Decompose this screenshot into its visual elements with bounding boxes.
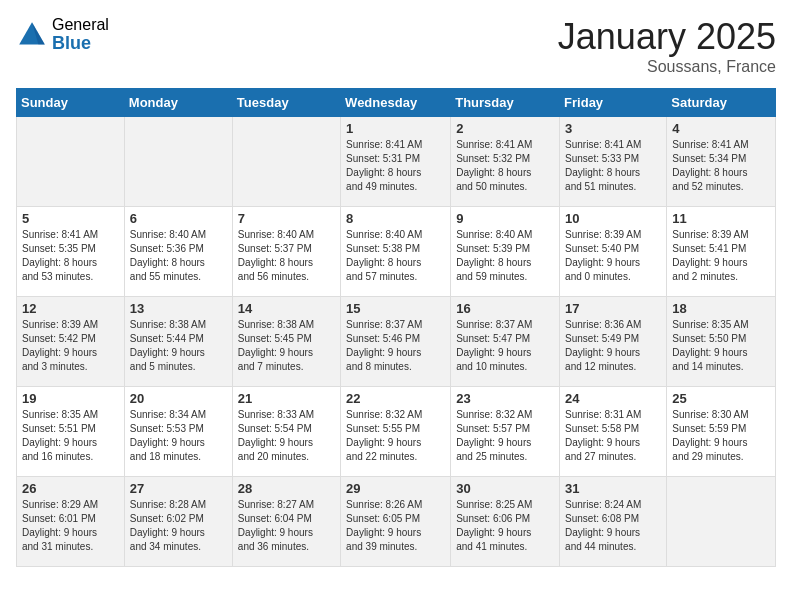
day-info: Sunrise: 8:36 AM Sunset: 5:49 PM Dayligh… xyxy=(565,318,661,374)
logo-text: General Blue xyxy=(52,16,109,53)
calendar-cell: 30Sunrise: 8:25 AM Sunset: 6:06 PM Dayli… xyxy=(451,477,560,567)
day-number: 14 xyxy=(238,301,335,316)
weekday-header-friday: Friday xyxy=(560,89,667,117)
calendar-cell: 2Sunrise: 8:41 AM Sunset: 5:32 PM Daylig… xyxy=(451,117,560,207)
calendar-cell: 23Sunrise: 8:32 AM Sunset: 5:57 PM Dayli… xyxy=(451,387,560,477)
day-number: 15 xyxy=(346,301,445,316)
calendar-cell: 20Sunrise: 8:34 AM Sunset: 5:53 PM Dayli… xyxy=(124,387,232,477)
calendar-cell xyxy=(124,117,232,207)
calendar-week-row: 26Sunrise: 8:29 AM Sunset: 6:01 PM Dayli… xyxy=(17,477,776,567)
day-info: Sunrise: 8:41 AM Sunset: 5:32 PM Dayligh… xyxy=(456,138,554,194)
logo-icon xyxy=(16,19,48,51)
day-number: 11 xyxy=(672,211,770,226)
day-info: Sunrise: 8:39 AM Sunset: 5:41 PM Dayligh… xyxy=(672,228,770,284)
calendar-cell: 18Sunrise: 8:35 AM Sunset: 5:50 PM Dayli… xyxy=(667,297,776,387)
calendar-cell: 25Sunrise: 8:30 AM Sunset: 5:59 PM Dayli… xyxy=(667,387,776,477)
calendar-cell: 1Sunrise: 8:41 AM Sunset: 5:31 PM Daylig… xyxy=(341,117,451,207)
day-info: Sunrise: 8:38 AM Sunset: 5:44 PM Dayligh… xyxy=(130,318,227,374)
day-info: Sunrise: 8:27 AM Sunset: 6:04 PM Dayligh… xyxy=(238,498,335,554)
weekday-header-thursday: Thursday xyxy=(451,89,560,117)
calendar-cell: 24Sunrise: 8:31 AM Sunset: 5:58 PM Dayli… xyxy=(560,387,667,477)
day-info: Sunrise: 8:32 AM Sunset: 5:55 PM Dayligh… xyxy=(346,408,445,464)
day-info: Sunrise: 8:29 AM Sunset: 6:01 PM Dayligh… xyxy=(22,498,119,554)
logo: General Blue xyxy=(16,16,109,53)
day-number: 8 xyxy=(346,211,445,226)
calendar-table: SundayMondayTuesdayWednesdayThursdayFrid… xyxy=(16,88,776,567)
calendar-cell: 4Sunrise: 8:41 AM Sunset: 5:34 PM Daylig… xyxy=(667,117,776,207)
day-number: 20 xyxy=(130,391,227,406)
calendar-cell: 31Sunrise: 8:24 AM Sunset: 6:08 PM Dayli… xyxy=(560,477,667,567)
day-number: 31 xyxy=(565,481,661,496)
day-number: 2 xyxy=(456,121,554,136)
day-info: Sunrise: 8:25 AM Sunset: 6:06 PM Dayligh… xyxy=(456,498,554,554)
day-number: 5 xyxy=(22,211,119,226)
day-info: Sunrise: 8:40 AM Sunset: 5:39 PM Dayligh… xyxy=(456,228,554,284)
day-info: Sunrise: 8:34 AM Sunset: 5:53 PM Dayligh… xyxy=(130,408,227,464)
day-number: 25 xyxy=(672,391,770,406)
calendar-week-row: 12Sunrise: 8:39 AM Sunset: 5:42 PM Dayli… xyxy=(17,297,776,387)
day-number: 16 xyxy=(456,301,554,316)
calendar-cell: 12Sunrise: 8:39 AM Sunset: 5:42 PM Dayli… xyxy=(17,297,125,387)
page-title: January 2025 xyxy=(558,16,776,58)
calendar-cell: 10Sunrise: 8:39 AM Sunset: 5:40 PM Dayli… xyxy=(560,207,667,297)
calendar-cell xyxy=(17,117,125,207)
calendar-cell: 6Sunrise: 8:40 AM Sunset: 5:36 PM Daylig… xyxy=(124,207,232,297)
day-info: Sunrise: 8:40 AM Sunset: 5:38 PM Dayligh… xyxy=(346,228,445,284)
day-number: 6 xyxy=(130,211,227,226)
day-info: Sunrise: 8:41 AM Sunset: 5:35 PM Dayligh… xyxy=(22,228,119,284)
day-number: 21 xyxy=(238,391,335,406)
day-info: Sunrise: 8:30 AM Sunset: 5:59 PM Dayligh… xyxy=(672,408,770,464)
day-number: 12 xyxy=(22,301,119,316)
day-info: Sunrise: 8:24 AM Sunset: 6:08 PM Dayligh… xyxy=(565,498,661,554)
title-block: January 2025 Soussans, France xyxy=(558,16,776,76)
calendar-cell: 26Sunrise: 8:29 AM Sunset: 6:01 PM Dayli… xyxy=(17,477,125,567)
logo-general: General xyxy=(52,16,109,34)
day-info: Sunrise: 8:39 AM Sunset: 5:42 PM Dayligh… xyxy=(22,318,119,374)
day-number: 23 xyxy=(456,391,554,406)
calendar-cell: 3Sunrise: 8:41 AM Sunset: 5:33 PM Daylig… xyxy=(560,117,667,207)
weekday-header-monday: Monday xyxy=(124,89,232,117)
day-number: 17 xyxy=(565,301,661,316)
calendar-cell: 22Sunrise: 8:32 AM Sunset: 5:55 PM Dayli… xyxy=(341,387,451,477)
day-number: 7 xyxy=(238,211,335,226)
location-subtitle: Soussans, France xyxy=(558,58,776,76)
day-number: 26 xyxy=(22,481,119,496)
weekday-header-sunday: Sunday xyxy=(17,89,125,117)
calendar-cell: 5Sunrise: 8:41 AM Sunset: 5:35 PM Daylig… xyxy=(17,207,125,297)
day-info: Sunrise: 8:40 AM Sunset: 5:36 PM Dayligh… xyxy=(130,228,227,284)
day-info: Sunrise: 8:28 AM Sunset: 6:02 PM Dayligh… xyxy=(130,498,227,554)
calendar-week-row: 1Sunrise: 8:41 AM Sunset: 5:31 PM Daylig… xyxy=(17,117,776,207)
calendar-cell: 11Sunrise: 8:39 AM Sunset: 5:41 PM Dayli… xyxy=(667,207,776,297)
calendar-week-row: 19Sunrise: 8:35 AM Sunset: 5:51 PM Dayli… xyxy=(17,387,776,477)
day-number: 1 xyxy=(346,121,445,136)
day-info: Sunrise: 8:38 AM Sunset: 5:45 PM Dayligh… xyxy=(238,318,335,374)
day-info: Sunrise: 8:35 AM Sunset: 5:51 PM Dayligh… xyxy=(22,408,119,464)
day-info: Sunrise: 8:39 AM Sunset: 5:40 PM Dayligh… xyxy=(565,228,661,284)
day-info: Sunrise: 8:40 AM Sunset: 5:37 PM Dayligh… xyxy=(238,228,335,284)
calendar-cell xyxy=(232,117,340,207)
day-number: 22 xyxy=(346,391,445,406)
day-info: Sunrise: 8:41 AM Sunset: 5:31 PM Dayligh… xyxy=(346,138,445,194)
calendar-cell: 28Sunrise: 8:27 AM Sunset: 6:04 PM Dayli… xyxy=(232,477,340,567)
calendar-cell: 9Sunrise: 8:40 AM Sunset: 5:39 PM Daylig… xyxy=(451,207,560,297)
calendar-cell: 15Sunrise: 8:37 AM Sunset: 5:46 PM Dayli… xyxy=(341,297,451,387)
calendar-cell: 8Sunrise: 8:40 AM Sunset: 5:38 PM Daylig… xyxy=(341,207,451,297)
calendar-cell: 7Sunrise: 8:40 AM Sunset: 5:37 PM Daylig… xyxy=(232,207,340,297)
page-header: General Blue January 2025 Soussans, Fran… xyxy=(16,16,776,76)
calendar-cell: 17Sunrise: 8:36 AM Sunset: 5:49 PM Dayli… xyxy=(560,297,667,387)
day-info: Sunrise: 8:32 AM Sunset: 5:57 PM Dayligh… xyxy=(456,408,554,464)
day-number: 30 xyxy=(456,481,554,496)
weekday-header-wednesday: Wednesday xyxy=(341,89,451,117)
day-number: 18 xyxy=(672,301,770,316)
day-number: 29 xyxy=(346,481,445,496)
calendar-cell: 21Sunrise: 8:33 AM Sunset: 5:54 PM Dayli… xyxy=(232,387,340,477)
calendar-cell: 27Sunrise: 8:28 AM Sunset: 6:02 PM Dayli… xyxy=(124,477,232,567)
day-info: Sunrise: 8:41 AM Sunset: 5:34 PM Dayligh… xyxy=(672,138,770,194)
day-info: Sunrise: 8:26 AM Sunset: 6:05 PM Dayligh… xyxy=(346,498,445,554)
weekday-header-row: SundayMondayTuesdayWednesdayThursdayFrid… xyxy=(17,89,776,117)
day-number: 10 xyxy=(565,211,661,226)
logo-blue: Blue xyxy=(52,34,109,54)
day-number: 13 xyxy=(130,301,227,316)
day-info: Sunrise: 8:37 AM Sunset: 5:46 PM Dayligh… xyxy=(346,318,445,374)
day-info: Sunrise: 8:33 AM Sunset: 5:54 PM Dayligh… xyxy=(238,408,335,464)
